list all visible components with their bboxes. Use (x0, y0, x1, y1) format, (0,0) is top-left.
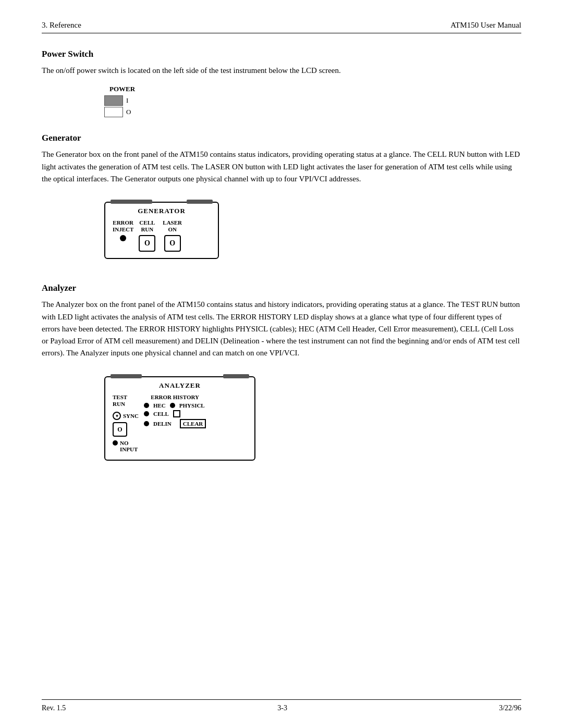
hec-led (144, 403, 149, 408)
cell-run-button[interactable]: O (139, 235, 155, 252)
page-header: 3. Reference ATM150 User Manual (42, 21, 521, 33)
analyzer-body: The Analyzer box on the front panel of t… (42, 299, 521, 359)
clear-button[interactable]: CLEAR (180, 419, 206, 428)
laser-on-button[interactable]: O (164, 235, 181, 252)
error-inject-led (120, 235, 126, 241)
analyzer-content: TEST RUN ✦ SYNC O (113, 394, 247, 452)
error-label-line1: ERROR (113, 219, 133, 226)
cell-run-label: CELL RUN (139, 219, 155, 233)
header-right: ATM150 User Manual (450, 21, 521, 30)
delin-label: DELIN (153, 421, 172, 427)
footer-center: 3-3 (277, 704, 287, 712)
hec-label: HEC (153, 402, 166, 409)
cell-row: CELL (144, 410, 206, 417)
analyzer-title: Analyzer (42, 283, 521, 293)
generator-right: CELL RUN O LASER ON (139, 219, 182, 252)
analyzer-box: ANALYZER TEST RUN ✦ SYNC O (104, 376, 255, 461)
test-run-symbol: O (117, 426, 122, 434)
cell-run-symbol: O (144, 239, 150, 248)
power-switch-title: Power Switch (42, 49, 521, 59)
power-switch-body: The on/off power switch is located on th… (42, 65, 521, 77)
generator-diagram: GENERATOR ERROR INJECT CELL RUN (104, 202, 219, 259)
error-history-title: ERROR HISTORY (144, 394, 206, 400)
analyzer-diagram: ANALYZER TEST RUN ✦ SYNC O (104, 376, 255, 461)
analyzer-right: ERROR HISTORY HEC PHYSICL CELL (144, 394, 206, 430)
no-label: NO (120, 440, 129, 446)
laser-on-label: LASER ON (163, 219, 182, 233)
power-switch-box: I O (104, 95, 131, 117)
laser-label-line1: LASER (163, 219, 182, 226)
generator-section: Generator The Generator box on the front… (42, 133, 521, 267)
test-run-label: TEST RUN (113, 394, 127, 408)
delin-row: DELIN CLEAR (144, 419, 206, 428)
cell-label-line1: CELL (139, 219, 155, 226)
generator-box-title: GENERATOR (113, 207, 211, 215)
laser-on-symbol: O (169, 239, 175, 248)
generator-body: The Generator box on the front panel of … (42, 149, 521, 185)
generator-box: GENERATOR ERROR INJECT CELL RUN (104, 202, 219, 259)
physicl-label: PHYSICL (179, 402, 205, 409)
cell-led (144, 411, 149, 416)
test-run-button[interactable]: O (113, 422, 127, 437)
test-label-line2: RUN (113, 401, 125, 407)
input-label: INPUT (120, 446, 138, 452)
power-off-symbol: O (126, 108, 131, 116)
page: 3. Reference ATM150 User Manual Power Sw… (0, 0, 563, 728)
test-label-line1: TEST (113, 394, 127, 400)
cell-run-group: CELL RUN O (139, 219, 155, 252)
power-off-button[interactable] (104, 107, 123, 117)
header-left: 3. Reference (42, 21, 81, 30)
analyzer-section: Analyzer The Analyzer box on the front p… (42, 283, 521, 469)
laser-on-group: LASER ON O (163, 219, 182, 252)
error-label-line2: INJECT (113, 226, 133, 232)
power-switch-section: Power Switch The on/off power switch is … (42, 49, 521, 117)
cell-label: CELL (153, 411, 169, 417)
analyzer-left: TEST RUN ✦ SYNC O (113, 394, 139, 452)
generator-content: ERROR INJECT CELL RUN O (113, 219, 211, 252)
cell-label-line2: RUN (141, 226, 153, 232)
power-on-row: I (104, 95, 131, 106)
power-label: POWER (109, 85, 521, 93)
no-input-led (113, 440, 118, 446)
power-on-button[interactable] (104, 95, 123, 106)
generator-left: ERROR INJECT (113, 219, 133, 241)
no-input-row: NO (113, 440, 129, 446)
footer-left: Rev. 1.5 (42, 704, 66, 712)
delin-led (144, 421, 149, 426)
laser-label-line2: ON (168, 226, 177, 232)
page-footer: Rev. 1.5 3-3 3/22/96 (42, 699, 521, 712)
generator-title: Generator (42, 133, 521, 143)
error-inject-label: ERROR INJECT (113, 219, 133, 233)
cell-square (173, 410, 180, 417)
analyzer-box-title: ANALYZER (113, 381, 247, 390)
physicl-led (170, 403, 175, 408)
hec-row: HEC PHYSICL (144, 402, 206, 409)
power-off-row: O (104, 107, 131, 117)
sync-label: SYNC (123, 413, 139, 419)
power-diagram: I O (104, 95, 521, 117)
footer-right: 3/22/96 (499, 704, 521, 712)
sync-icon: ✦ (113, 412, 121, 420)
sync-row: ✦ SYNC (113, 412, 139, 420)
power-on-symbol: I (126, 96, 128, 105)
